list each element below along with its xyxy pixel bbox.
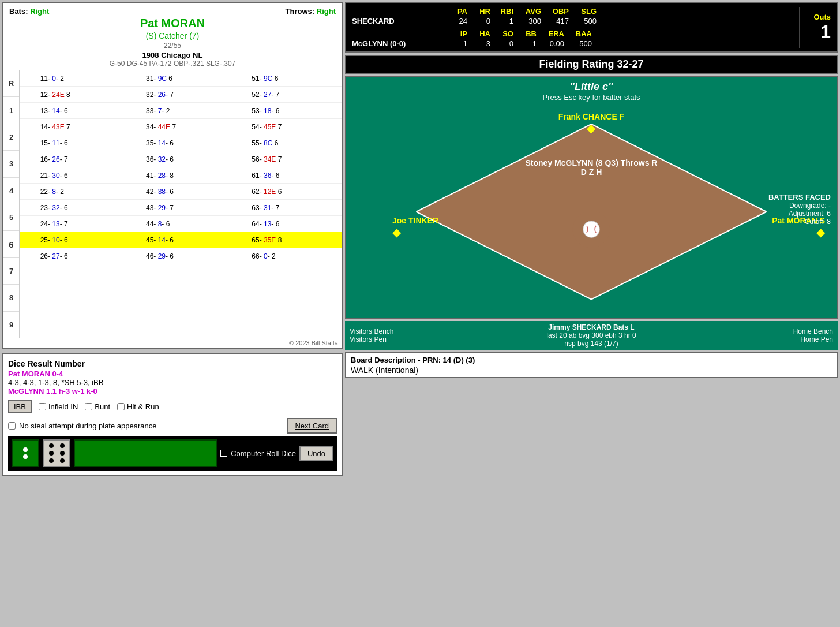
card-row: 26- 27- 646- 29- 666- 0- 2	[20, 248, 342, 264]
right-panel: PA HR RBI AVG OBP SLG SHECKARD 24 0 1 30…	[345, 2, 838, 625]
card-entry: 36- 32- 6	[146, 155, 215, 163]
pat-moran-result: Pat MORAN 0-4	[8, 370, 337, 378]
mcglynn-baa: 500	[564, 39, 592, 48]
player-header: Bats: Right Throws: Right Pat MORAN (S) …	[3, 3, 342, 70]
copyright: © 2023 Bill Staffa	[3, 338, 342, 348]
svg-point-6	[583, 221, 599, 237]
card-entry: 65- 35E 8	[252, 236, 321, 244]
bats-throws-row: Bats: Right Throws: Right	[9, 7, 336, 16]
no-steal-row: No steal attempt during plate appearance…	[8, 418, 337, 434]
card-entry: 55- 8C 6	[252, 139, 321, 147]
card-entry: 24- 13- 7	[40, 220, 110, 228]
row-numbers: R 1 2 3 4 5 6 7 8 9	[3, 70, 20, 338]
mcglynn-ip: 1	[444, 39, 467, 48]
card-entry: 46- 29- 6	[146, 252, 215, 260]
era-header: ERA	[537, 29, 564, 38]
dice-result-title: Dice Result Number	[8, 359, 337, 368]
mcglynn-result: McGLYNN 1.1 h-3 w-1 k-0	[8, 387, 337, 395]
card-entry: 32- 26- 7	[146, 91, 215, 99]
outs-header: Outs	[805, 13, 831, 21]
sheckard-avg: 300	[513, 17, 541, 25]
bb-header: BB	[513, 29, 537, 38]
sheckard-slg: 500	[569, 17, 597, 25]
batters-faced: BATTERS FACED Downgrade: - Adjustment: 6…	[768, 193, 831, 226]
card-entry: 42- 38- 6	[146, 188, 215, 196]
sheckard-hr: 0	[467, 17, 490, 25]
dice-row: Computer Roll Dice Undo	[8, 436, 337, 471]
card-entry: 43- 29- 7	[146, 204, 215, 212]
mcglynn-name: McGLYNN (0-0)	[352, 39, 444, 48]
board-desc-text: WALK (Intentional)	[351, 365, 832, 375]
infield-in-checkbox[interactable]: Infield IN	[39, 402, 78, 411]
card-entry: 61- 36- 6	[252, 171, 321, 180]
play-line: 4-3, 4-3, 1-3, 8, *SH 5-3, iBB	[8, 378, 337, 387]
pitcher-label: Stoney McGLYNN (8 Q3) Throws R D Z H	[526, 158, 658, 177]
baa-header: BAA	[564, 29, 592, 38]
die-six	[43, 439, 70, 467]
slg-header: SLG	[569, 7, 597, 16]
card-entry: 56- 34E 7	[252, 155, 321, 163]
so-header: SO	[490, 29, 513, 38]
avg-header: AVG	[513, 7, 541, 16]
sheckard-obp: 417	[541, 17, 569, 25]
hit-run-checkbox[interactable]: Hit & Run	[117, 402, 159, 411]
card-entry: 62- 12E 6	[252, 188, 321, 196]
card-entry: 26- 27- 6	[40, 252, 110, 260]
card-row: 21- 30- 641- 28- 861- 36- 6	[20, 167, 342, 184]
card-entry: 66- 0- 2	[252, 252, 321, 260]
bats-value: Right	[30, 7, 49, 16]
card-row: 22- 8- 242- 38- 662- 12E 6	[20, 184, 342, 200]
baseball-field: "Little c" Press Esc key for batter stat…	[345, 76, 838, 319]
checkboxes-row: IBB Infield IN Bunt Hit & Run	[8, 400, 337, 413]
throws-label: Throws: Right	[286, 7, 336, 16]
little-c-label: "Little c"	[346, 81, 837, 93]
card-entry: 11- 0- 2	[40, 74, 110, 83]
outs-value: 1	[805, 21, 831, 43]
card-row: 23- 32- 643- 29- 763- 31- 7	[20, 200, 342, 216]
ip-header: IP	[444, 29, 467, 38]
throws-value: Right	[317, 7, 336, 16]
bench-row: Visitors Bench Visitors Pen Jimmy SHECKA…	[345, 321, 838, 350]
undo-button[interactable]: Undo	[299, 446, 333, 461]
card-row: 25- 10- 645- 14- 665- 35E 8	[20, 232, 342, 248]
sheckard-name: SHECKARD	[352, 17, 444, 25]
next-card-button[interactable]: Next Card	[287, 418, 337, 434]
bottom-left-panel: Balls: 0 Stks: 0 BF: 7 Dice Result Numbe…	[2, 353, 343, 476]
card-entry: 21- 30- 6	[40, 171, 110, 180]
frank-chance-label: Frank CHANCE F ◆	[558, 112, 624, 135]
player-card: Bats: Right Throws: Right Pat MORAN (S) …	[2, 2, 343, 349]
card-entry: 31- 9C 6	[146, 74, 215, 83]
card-entry: 16- 26- 7	[40, 155, 110, 163]
mcglynn-so: 0	[490, 39, 513, 48]
card-row: 14- 43E 734- 44E 754- 45E 7	[20, 119, 342, 135]
mcglynn-era: 0.00	[537, 39, 564, 48]
card-entry: 35- 14- 6	[146, 139, 215, 147]
black-square	[220, 450, 227, 457]
card-entry: 23- 32- 6	[40, 204, 110, 212]
green-bar	[74, 439, 217, 467]
card-entry: 63- 31- 7	[252, 204, 321, 212]
card-row: 15- 11- 635- 14- 655- 8C 6	[20, 135, 342, 151]
die-green-1	[12, 439, 39, 467]
player-stats: G-50 DG-45 PA-172 OBP-.321 SLG-.307	[9, 59, 336, 68]
card-row: 13- 14- 633- 7- 253- 18- 6	[20, 103, 342, 119]
batter-info-col: Jimmy SHECKARD Bats L last 20 ab bvg 300…	[407, 323, 775, 348]
rbi-header: RBI	[490, 7, 513, 16]
card-table: R 1 2 3 4 5 6 7 8 9 11- 0- 231- 9C 651- …	[3, 70, 342, 338]
sheckard-pa: 24	[444, 17, 467, 25]
fielding-panel: Fielding Rating 32-27	[345, 55, 838, 74]
card-entry: 45- 14- 6	[146, 236, 215, 244]
no-steal-checkbox[interactable]: No steal attempt during plate appearance	[8, 421, 157, 430]
card-row: 11- 0- 231- 9C 651- 9C 6	[20, 70, 342, 87]
card-entry: 14- 43E 7	[40, 123, 110, 131]
bunt-checkbox[interactable]: Bunt	[85, 402, 110, 411]
card-entry: 41- 28- 8	[146, 171, 215, 180]
ha-header: HA	[467, 29, 490, 38]
card-entry: 52- 27- 7	[252, 91, 321, 99]
computer-roll: Computer Roll Dice	[220, 449, 296, 458]
card-entry: 13- 14- 6	[40, 107, 110, 115]
card-entry: 53- 18- 6	[252, 107, 321, 115]
bats-label: Bats: Right	[9, 7, 49, 16]
player-name: Pat MORAN	[9, 17, 336, 30]
ibb-button[interactable]: IBB	[8, 400, 32, 413]
